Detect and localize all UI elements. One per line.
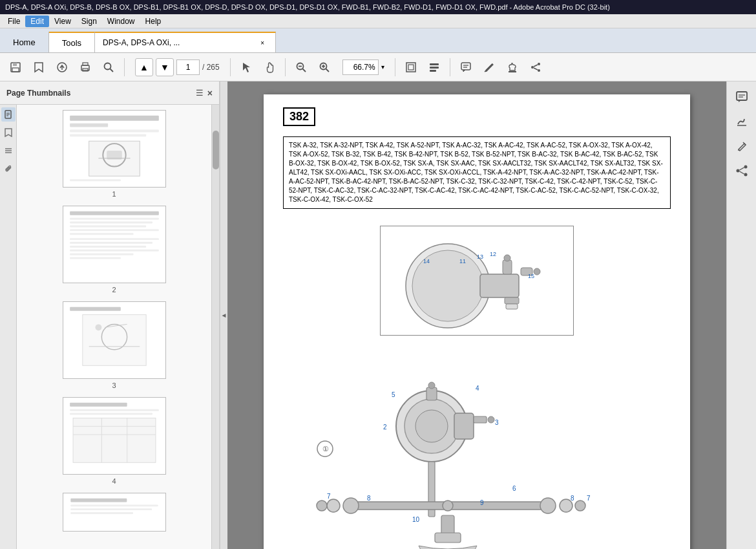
pdf-area[interactable]: 382 TSK A-32, TSK A-32-NPT, TSK A-42, TS… (227, 81, 726, 549)
comment-button[interactable] (456, 57, 476, 78)
svg-rect-118 (435, 533, 461, 543)
svg-rect-103 (454, 413, 474, 439)
bookmark-button[interactable] (28, 57, 49, 78)
svg-rect-17 (406, 63, 415, 72)
thumbnails-scrollbar[interactable] (211, 105, 219, 549)
svg-rect-106 (474, 416, 487, 423)
layers-panel-icon[interactable] (1, 144, 16, 158)
menu-view[interactable]: View (49, 16, 76, 27)
bookmarks-panel-icon[interactable] (1, 125, 16, 140)
svg-point-136 (736, 169, 739, 173)
page-up-button[interactable]: ▲ (135, 58, 153, 76)
svg-text:3: 3 (495, 419, 499, 426)
scroll-mode-button[interactable] (424, 57, 445, 78)
svg-point-111 (327, 499, 340, 512)
svg-text:14: 14 (423, 258, 430, 264)
svg-rect-87 (503, 260, 512, 274)
tools-tab[interactable]: Tools (49, 32, 95, 52)
thumbnail-5[interactable] (63, 493, 166, 532)
share-button[interactable] (525, 57, 546, 78)
thumbnail-4[interactable]: 4 (63, 397, 166, 485)
upload-button[interactable] (52, 57, 72, 78)
zoom-in-button[interactable] (314, 57, 335, 78)
left-panel: Page Thumbnails ☰ × (0, 81, 220, 549)
thumbnail-2[interactable]: 2 (63, 206, 166, 294)
menu-file[interactable]: File (3, 16, 25, 27)
zoom-out-button[interactable] (291, 57, 311, 78)
svg-rect-7 (83, 69, 88, 71)
svg-rect-82 (70, 508, 152, 510)
svg-rect-80 (70, 499, 127, 502)
annotate-right-icon[interactable] (731, 136, 752, 156)
svg-rect-49 (70, 179, 121, 181)
svg-rect-19 (430, 63, 439, 65)
svg-rect-92 (506, 304, 518, 309)
menu-help[interactable]: Help (140, 16, 167, 27)
toolbar: ▲ ▼ / 265 ▾ (0, 53, 756, 81)
comment-right-icon[interactable] (731, 87, 752, 107)
save-button[interactable] (5, 57, 26, 78)
svg-point-102 (415, 410, 448, 442)
svg-rect-58 (70, 242, 152, 244)
navigation-area: ▲ ▼ / 265 (135, 58, 220, 76)
svg-text:5: 5 (392, 391, 395, 398)
svg-line-139 (739, 171, 744, 174)
collapse-panel-handle[interactable]: ◄ (220, 81, 227, 549)
scrollbar-thumb[interactable] (213, 131, 219, 169)
menu-sign[interactable]: Sign (76, 16, 102, 27)
thumb-image-3 (63, 301, 166, 379)
thumbnail-3[interactable]: 3 (63, 301, 166, 389)
menu-window[interactable]: Window (102, 16, 140, 27)
pages-icon[interactable] (1, 107, 16, 122)
zoom-input[interactable] (342, 59, 379, 75)
close-tab-button[interactable]: × (257, 38, 268, 48)
home-tab[interactable]: Home (0, 32, 49, 52)
svg-rect-53 (70, 222, 152, 224)
toolbar-separator-3 (285, 58, 286, 76)
thumbnail-1[interactable]: 1 (63, 110, 166, 198)
svg-point-137 (744, 173, 747, 177)
svg-rect-117 (441, 515, 454, 535)
page-number-input[interactable] (176, 59, 200, 75)
cursor-tool-button[interactable] (236, 57, 257, 78)
svg-rect-71 (70, 403, 127, 407)
svg-point-90 (534, 268, 540, 275)
menu-edit[interactable]: Edit (25, 16, 49, 27)
fit-page-button[interactable] (401, 57, 421, 78)
annotate-button[interactable] (479, 57, 499, 78)
zoom-area: ▾ (342, 59, 384, 75)
share-right-icon[interactable] (731, 160, 752, 181)
left-icons (0, 105, 17, 549)
svg-rect-20 (430, 67, 439, 69)
svg-point-110 (343, 498, 359, 513)
svg-rect-61 (70, 253, 133, 255)
svg-rect-72 (70, 409, 159, 411)
page-down-button[interactable]: ▼ (156, 58, 174, 76)
panel-menu-icon[interactable]: ☰ (196, 88, 204, 98)
svg-rect-74 (73, 418, 156, 462)
zoom-dropdown-icon[interactable]: ▾ (381, 63, 384, 70)
svg-text:①: ① (322, 445, 329, 453)
thumb-label-2: 2 (112, 286, 116, 294)
print-button[interactable] (75, 57, 96, 78)
svg-rect-86 (480, 274, 519, 297)
document-tab[interactable]: DPS-A, DPS-A OXi, ... × (95, 32, 276, 52)
title-text: DPS-A, DPS-A OXi, DPS-B, DPS-B OX, DPS-B… (5, 3, 610, 11)
find-button[interactable] (98, 57, 119, 78)
thumb-label-3: 3 (112, 382, 116, 389)
pdf-page: 382 TSK A-32, TSK A-32-NPT, TSK A-42, TS… (264, 94, 690, 549)
thumbnails-list: 1 (17, 105, 211, 549)
stamp-button[interactable] (502, 57, 523, 78)
hand-tool-button[interactable] (259, 57, 280, 78)
toolbar-separator-2 (230, 58, 231, 76)
close-panel-button[interactable]: × (207, 88, 213, 98)
svg-point-107 (488, 416, 494, 423)
svg-text:13: 13 (477, 253, 483, 260)
thumb-image-4 (63, 397, 166, 475)
signature-right-icon[interactable] (731, 111, 752, 132)
toolbar-separator-4 (395, 58, 395, 76)
panel-title: Page Thumbnails (6, 89, 70, 98)
svg-rect-81 (70, 504, 158, 506)
main-area: Page Thumbnails ☰ × (0, 81, 756, 549)
attachments-panel-icon[interactable] (1, 162, 16, 176)
